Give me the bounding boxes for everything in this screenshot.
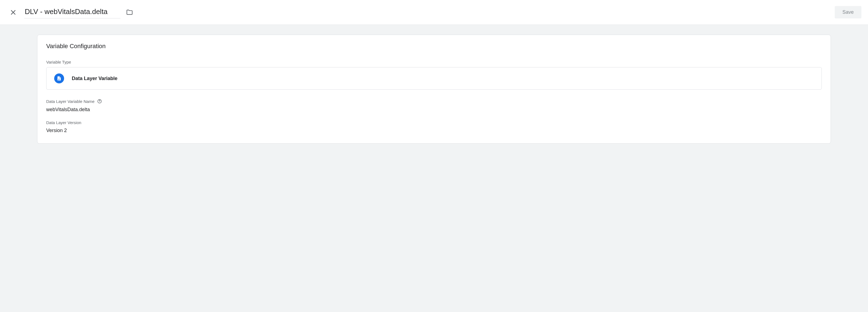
variable-name-value: webVitalsData.delta: [46, 107, 822, 113]
variable-title-input[interactable]: [24, 6, 121, 19]
content-area: Variable Configuration Variable Type Dat…: [0, 25, 868, 312]
variable-type-name: Data Layer Variable: [72, 76, 118, 82]
folder-button[interactable]: [124, 7, 135, 18]
document-icon: [57, 76, 62, 81]
variable-configuration-card: Variable Configuration Variable Type Dat…: [37, 35, 831, 144]
help-button[interactable]: [97, 98, 102, 104]
folder-icon: [126, 9, 133, 16]
variable-type-icon-wrapper: [54, 73, 64, 83]
svg-rect-2: [58, 78, 60, 79]
help-icon: [97, 99, 102, 104]
version-label: Data Layer Version: [46, 120, 822, 125]
variable-type-label: Variable Type: [46, 60, 822, 64]
close-icon: [10, 9, 17, 16]
variable-name-label: Data Layer Variable Name: [46, 98, 822, 104]
card-title: Variable Configuration: [46, 43, 822, 50]
variable-type-selector[interactable]: Data Layer Variable: [46, 67, 822, 90]
version-value: Version 2: [46, 128, 822, 133]
header: Save: [0, 0, 868, 25]
save-button[interactable]: Save: [835, 6, 861, 19]
close-button[interactable]: [7, 6, 20, 19]
